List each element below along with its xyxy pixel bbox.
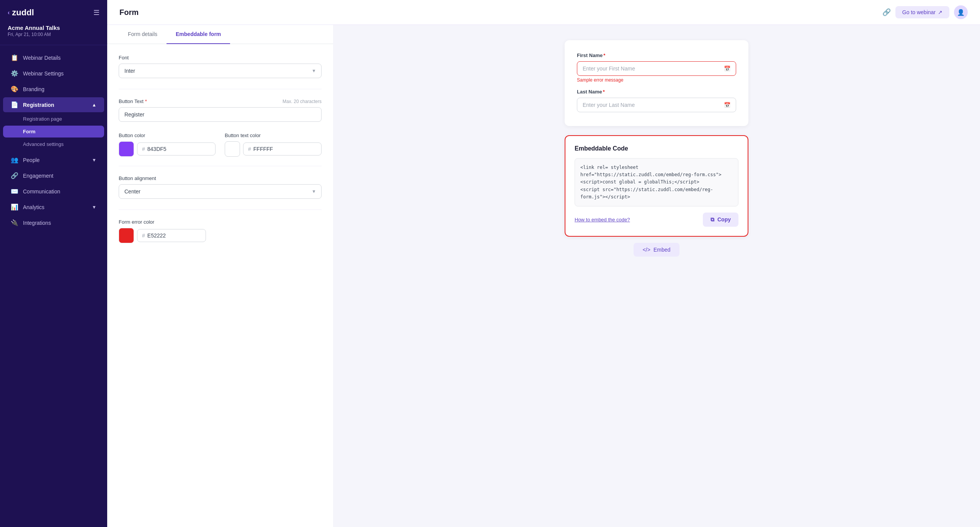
tab-form-details[interactable]: Form details: [119, 25, 167, 44]
divider-3: [119, 209, 322, 210]
mail-icon: ✉️: [11, 188, 18, 195]
chevron-down-icon: ▼: [92, 157, 96, 163]
font-select[interactable]: Inter Roboto Open Sans: [119, 64, 322, 78]
how-to-embed-link[interactable]: How to embed the code?: [575, 217, 630, 223]
button-color-hex-input[interactable]: [147, 146, 178, 152]
back-arrow-icon[interactable]: ‹: [8, 9, 10, 16]
sidebar-item-branding[interactable]: 🎨 Branding: [3, 82, 104, 97]
sidebar-item-people[interactable]: 👥 People ▼: [3, 152, 104, 167]
sidebar-item-form[interactable]: Form: [3, 126, 104, 137]
hamburger-icon[interactable]: ☰: [93, 8, 100, 17]
code-icon: </>: [643, 247, 650, 253]
sidebar-item-label: Analytics: [23, 204, 44, 210]
embed-card-footer: How to embed the code? ⧉ Copy: [575, 213, 738, 227]
sidebar-nav: 📋 Webinar Details ⚙️ Webinar Settings 🎨 …: [0, 47, 107, 234]
button-text-input[interactable]: [119, 107, 322, 122]
last-name-placeholder: Enter your Last Name: [583, 102, 635, 108]
embed-code-box: <link rel= stylesheet href="https://stat…: [575, 158, 738, 206]
button-text-color-swatch[interactable]: [225, 141, 240, 157]
sidebar-item-analytics[interactable]: 📊 Analytics ▼: [3, 200, 104, 214]
button-color-field: Button color #: [119, 133, 216, 157]
form-error-color-swatch[interactable]: [119, 228, 134, 243]
embed-label: Embed: [653, 247, 670, 253]
hash-symbol-3: #: [142, 232, 145, 239]
font-select-wrapper: Inter Roboto Open Sans ▼: [119, 64, 322, 78]
go-to-webinar-button[interactable]: Go to webinar ↗: [895, 6, 949, 18]
button-alignment-select[interactable]: Center Left Right: [119, 184, 322, 199]
copy-button[interactable]: ⧉ Copy: [703, 213, 738, 227]
button-text-color-label: Button text color: [225, 133, 322, 138]
document-icon: 📄: [11, 101, 18, 108]
embed-code-title: Embeddable Code: [575, 145, 738, 152]
link-icon[interactable]: 🔗: [882, 8, 891, 16]
first-name-preview-input: Enter your First Name 📅: [577, 61, 736, 76]
sidebar-item-communication[interactable]: ✉️ Communication: [3, 184, 104, 199]
sidebar-logo: ‹ zuddl: [8, 8, 34, 18]
sidebar-item-registration[interactable]: 📄 Registration ▲: [3, 97, 104, 112]
sidebar-item-label: Webinar Details: [23, 55, 61, 61]
calendar-icon-2: 📅: [724, 102, 730, 108]
sidebar-item-integrations[interactable]: 🔌 Integrations: [3, 215, 104, 230]
font-section: Font Inter Roboto Open Sans ▼: [119, 55, 322, 78]
alignment-select-wrapper: Center Left Right ▼: [119, 184, 322, 199]
divider-2: [119, 166, 322, 166]
form-content: Font Inter Roboto Open Sans ▼: [107, 44, 333, 265]
engagement-icon: 🔗: [11, 172, 18, 179]
button-color-swatch[interactable]: [119, 141, 134, 157]
avatar[interactable]: 👤: [954, 5, 968, 19]
main-content: Form 🔗 Go to webinar ↗ 👤 Form details Em…: [107, 0, 980, 527]
settings-icon: ⚙️: [11, 70, 18, 77]
first-name-placeholder: Enter your First Name: [583, 65, 635, 72]
sidebar-item-webinar-settings[interactable]: ⚙️ Webinar Settings: [3, 66, 104, 81]
topbar: Form 🔗 Go to webinar ↗ 👤: [107, 0, 980, 25]
button-text-color-input-wrapper: #: [225, 141, 322, 157]
button-text-hint: Max. 20 characters: [283, 99, 322, 104]
sidebar-item-label: Communication: [23, 188, 60, 195]
sidebar-item-registration-page[interactable]: Registration page: [3, 113, 104, 125]
people-icon: 👥: [11, 156, 18, 164]
go-to-webinar-label: Go to webinar: [902, 9, 936, 15]
sidebar-item-label: Integrations: [23, 220, 51, 226]
copy-icon: ⧉: [710, 216, 714, 223]
last-name-preview-input: Enter your Last Name 📅: [577, 98, 736, 112]
form-error-color-label: Form error color: [119, 219, 322, 225]
button-text-color-hex-wrapper: #: [243, 142, 322, 155]
sidebar-item-label: Webinar Settings: [23, 70, 64, 77]
button-alignment-label: Button alignment: [119, 175, 322, 181]
button-alignment-section: Button alignment Center Left Right ▼: [119, 175, 322, 199]
divider-1: [119, 89, 322, 89]
preview-bottom: </> Embed: [565, 237, 748, 257]
clipboard-icon: 📋: [11, 54, 18, 61]
copy-label: Copy: [717, 216, 731, 223]
first-name-error: Sample error message: [577, 77, 736, 83]
calendar-icon: 📅: [724, 65, 730, 72]
embed-code-card: Embeddable Code <link rel= stylesheet hr…: [565, 135, 748, 237]
hash-symbol-2: #: [248, 146, 251, 152]
event-date: Fri, Apr 21, 10:00 AM: [0, 32, 107, 43]
form-error-color-hex-input[interactable]: [147, 232, 178, 239]
embed-button[interactable]: </> Embed: [634, 243, 680, 257]
chevron-down-icon: ▼: [92, 205, 96, 210]
button-text-color-hex-input[interactable]: [253, 146, 284, 152]
form-preview-card: First Name * Enter your First Name 📅 Sam…: [565, 40, 748, 126]
button-text-label: Button Text * Max. 20 characters: [119, 98, 322, 104]
sidebar-item-label: Engagement: [23, 173, 53, 179]
tab-embeddable-form[interactable]: Embeddable form: [167, 25, 230, 44]
sidebar-item-label: Branding: [23, 86, 44, 92]
event-name: Acme Annual Talks: [0, 21, 107, 32]
avatar-icon: 👤: [957, 9, 965, 16]
button-text-color-field: Button text color #: [225, 133, 322, 157]
form-error-color-input-wrapper: #: [119, 228, 322, 243]
sidebar-header: ‹ zuddl ☰: [0, 0, 107, 21]
chevron-up-icon: ▲: [92, 102, 96, 108]
topbar-actions: 🔗 Go to webinar ↗ 👤: [882, 5, 968, 19]
preview-panel: First Name * Enter your First Name 📅 Sam…: [333, 25, 980, 527]
sidebar-item-webinar-details[interactable]: 📋 Webinar Details: [3, 50, 104, 65]
sidebar-item-advanced-settings[interactable]: Advanced settings: [3, 138, 104, 150]
button-color-input-wrapper: #: [119, 141, 216, 157]
hash-symbol-1: #: [142, 146, 145, 152]
required-marker: *: [145, 98, 147, 104]
content-area: Form details Embeddable form Font Inter …: [107, 25, 980, 527]
sidebar-item-engagement[interactable]: 🔗 Engagement: [3, 168, 104, 183]
tab-bar: Form details Embeddable form: [107, 25, 333, 44]
